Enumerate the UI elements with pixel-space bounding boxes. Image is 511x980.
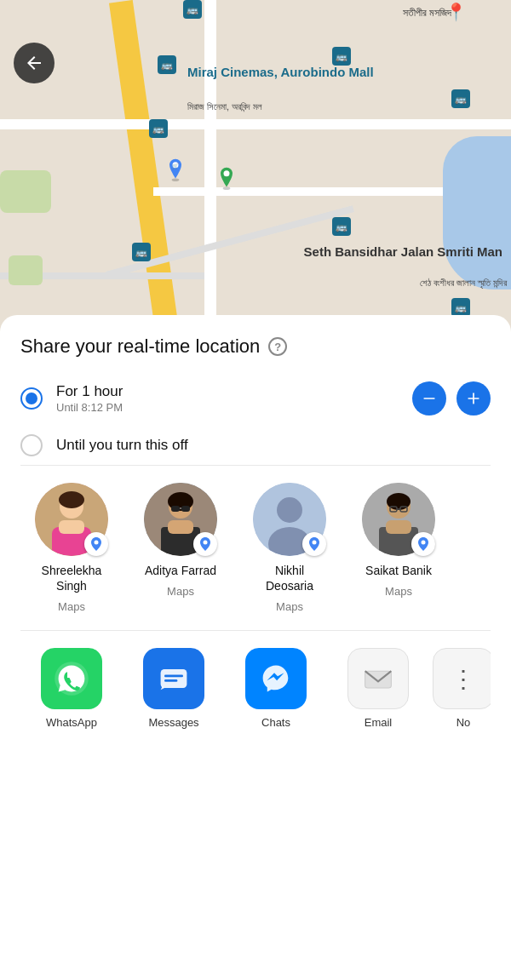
app-name-more: No — [456, 716, 471, 729]
option-turn-off-label: Until you turn this off — [56, 437, 491, 454]
contact-app-shreelekha: Maps — [58, 600, 85, 613]
green-area-1 — [0, 170, 51, 213]
svg-rect-5 — [423, 398, 434, 399]
road-h1 — [0, 119, 511, 129]
app-messages[interactable]: Messages — [123, 648, 225, 729]
svg-point-26 — [313, 541, 317, 545]
svg-rect-39 — [164, 679, 177, 682]
map-view: 🚌 🚌 🚌 🚌 🚌 🚌 🚌 🚌 Miraj Cinemas, Aurobindo… — [0, 0, 511, 332]
road-secondary — [204, 0, 216, 332]
contact-app-aditya: Maps — [167, 585, 194, 598]
app-name-email: Email — [365, 716, 393, 729]
svg-rect-19 — [171, 506, 180, 512]
svg-point-3 — [223, 187, 231, 191]
app-whatsapp[interactable]: WhatsApp — [20, 648, 123, 729]
contact-name-nikhil: NikhilDeosaria — [266, 563, 313, 593]
radio-1-hour[interactable] — [20, 387, 43, 410]
app-messenger[interactable]: Chats — [225, 648, 327, 729]
contact-app-saikat: Maps — [385, 585, 412, 598]
bus-icon: 🚌 — [132, 243, 151, 261]
contact-name-shreelekha: ShreelekhaSingh — [42, 563, 102, 593]
maps-badge-aditya — [193, 532, 217, 556]
email-icon — [347, 648, 409, 709]
avatar-shreelekha-wrap — [35, 483, 108, 556]
contact-shreelekha[interactable]: ShreelekhaSingh Maps — [20, 483, 123, 613]
option-1-hour-label: For 1 hour — [56, 383, 399, 400]
bus-icon: 🚌 — [183, 0, 202, 19]
svg-rect-20 — [181, 506, 190, 512]
share-title: Share your real-time location — [20, 335, 260, 358]
svg-rect-7 — [473, 393, 474, 404]
bus-icon: 🚌 — [451, 89, 470, 108]
svg-rect-38 — [164, 675, 183, 678]
share-heading: Share your real-time location ? — [20, 335, 491, 358]
back-button[interactable] — [14, 43, 55, 83]
app-name-messages: Messages — [148, 716, 198, 729]
svg-point-4 — [224, 170, 230, 176]
contact-saikat[interactable]: Saikat Banik Maps — [347, 483, 450, 613]
decrement-button[interactable] — [412, 381, 446, 415]
radio-inner-1-hour — [26, 393, 37, 404]
svg-point-22 — [204, 541, 208, 545]
water-body — [443, 136, 511, 289]
svg-point-35 — [422, 541, 426, 545]
increment-button[interactable] — [456, 381, 491, 415]
svg-point-13 — [95, 541, 99, 545]
map-pin-cart: 🛒 — [166, 158, 185, 181]
map-pin-green — [217, 166, 236, 190]
option-1-hour[interactable]: For 1 hour Until 8:12 PM — [20, 381, 491, 415]
avatar-nikhil-wrap — [253, 483, 326, 556]
help-icon[interactable]: ? — [268, 337, 287, 356]
avatar-saikat-wrap — [362, 483, 435, 556]
apps-row: WhatsApp Messages Chats — [20, 631, 491, 737]
svg-text:🛒: 🛒 — [172, 163, 179, 169]
divider-1 — [20, 465, 491, 466]
bus-icon: 🚌 — [332, 47, 351, 66]
svg-rect-11 — [59, 520, 84, 534]
radio-turn-off[interactable] — [20, 434, 43, 456]
app-name-messenger: Chats — [261, 716, 290, 729]
messenger-icon — [245, 648, 307, 709]
contact-aditya[interactable]: Aditya Farrad Maps — [129, 483, 232, 613]
app-name-whatsapp: WhatsApp — [46, 716, 97, 729]
maps-badge-nikhil — [302, 532, 326, 556]
map-label-seth: Seth Bansidhar Jalan Smriti Man — [304, 243, 502, 261]
contact-name-saikat: Saikat Banik — [365, 563, 432, 578]
location-pin-top: 📍 — [445, 2, 467, 22]
option-1-hour-sub: Until 8:12 PM — [56, 401, 399, 414]
svg-rect-30 — [386, 520, 411, 534]
app-email[interactable]: Email — [327, 648, 429, 729]
contact-name-aditya: Aditya Farrad — [145, 563, 216, 578]
messages-icon — [143, 648, 204, 709]
contact-nikhil[interactable]: NikhilDeosaria Maps — [238, 483, 341, 613]
whatsapp-icon — [41, 648, 102, 709]
avatar-aditya-wrap — [144, 483, 217, 556]
option-turn-off-text: Until you turn this off — [56, 437, 491, 454]
bus-icon: 🚌 — [332, 217, 351, 236]
time-controls — [412, 381, 491, 415]
svg-rect-17 — [168, 520, 193, 534]
svg-point-24 — [277, 497, 302, 523]
bus-icon: 🚌 — [451, 298, 470, 317]
svg-point-12 — [59, 491, 84, 508]
option-1-hour-text: For 1 hour Until 8:12 PM — [56, 383, 399, 414]
contacts-row: ShreelekhaSingh Maps — [20, 483, 491, 630]
contact-app-nikhil: Maps — [276, 600, 303, 613]
map-label-cinemas-sub: মিরাজ সিনেমা, অরবিন্দ মল — [187, 100, 262, 112]
maps-badge-saikat — [411, 532, 435, 556]
svg-rect-37 — [161, 669, 187, 688]
map-label-cinemas: Miraj Cinemas, Aurobindo Mall — [187, 64, 374, 81]
green-area-2 — [9, 255, 43, 285]
option-turn-off[interactable]: Until you turn this off — [20, 434, 491, 456]
map-top-label: সতীপীর মসজিদ — [403, 7, 451, 19]
bus-icon: 🚌 — [149, 119, 168, 138]
bottom-sheet: Share your real-time location ? For 1 ho… — [0, 315, 511, 737]
maps-badge-shreelekha — [84, 532, 108, 556]
svg-point-0 — [172, 179, 180, 182]
app-more[interactable]: ⋮ No — [429, 648, 491, 729]
map-label-seth-sub: শেঠ বংশীধর জালান স্মৃতি মন্দির — [420, 277, 507, 289]
bus-icon: 🚌 — [158, 55, 176, 74]
more-icon: ⋮ — [433, 648, 491, 709]
